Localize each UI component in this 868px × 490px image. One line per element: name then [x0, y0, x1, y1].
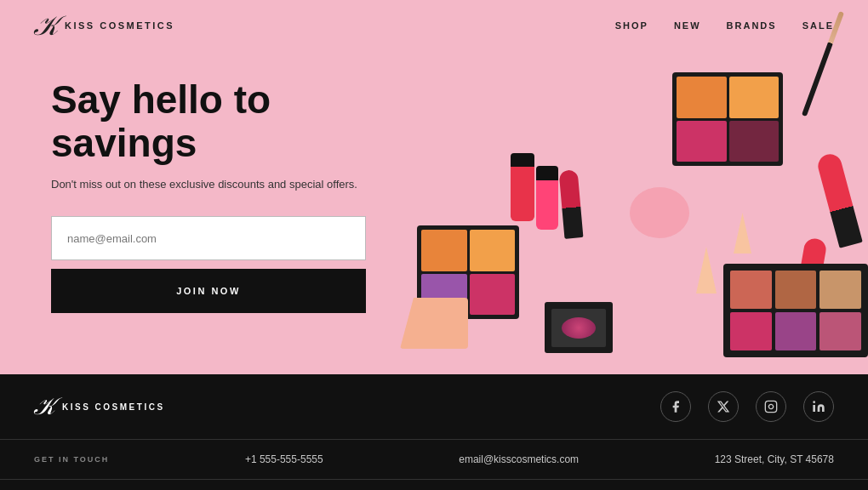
svg-point-2: [813, 401, 815, 403]
lipstick-3: [559, 169, 584, 239]
nail-polish-2: [536, 166, 558, 230]
footer-top: 𝒦 KISS COSMETICS: [0, 374, 868, 440]
main-nav: SHOP NEW BRANDS SALE: [615, 20, 834, 31]
email-input[interactable]: [51, 216, 366, 260]
hero-section: Say hello to savings Don't miss out on t…: [0, 0, 868, 374]
facebook-icon[interactable]: [660, 391, 691, 422]
palette-bottom-right: [723, 264, 868, 357]
footer-address: 123 Street, City, ST 45678: [715, 453, 834, 465]
join-now-button[interactable]: JOIN NOW: [51, 269, 366, 313]
sponge-wedge-2: [728, 213, 757, 254]
footer-logo-icon: 𝒦: [34, 393, 54, 421]
svg-rect-0: [765, 401, 776, 412]
nav-new[interactable]: NEW: [674, 20, 701, 31]
hero-content: Say hello to savings Don't miss out on t…: [0, 0, 443, 374]
x-twitter-icon[interactable]: [708, 391, 739, 422]
palette-top-right: [672, 72, 783, 166]
hero-subtext: Don't miss out on these exclusive discou…: [51, 178, 357, 191]
footer-copyright: © Copyright Kiss Cosmetics. All Rights R…: [0, 480, 868, 490]
lipstick-1: [815, 151, 863, 248]
footer-brand-name: KISS COSMETICS: [62, 402, 165, 412]
logo-icon: 𝒦: [34, 12, 56, 39]
nav-shop[interactable]: SHOP: [615, 20, 648, 31]
footer-logo-area: 𝒦 KISS COSMETICS: [34, 393, 165, 421]
hero-headline: Say hello to savings: [51, 78, 374, 164]
footer-contact: GET IN TOUCH +1 555-555-5555 email@kissc…: [0, 440, 868, 480]
site-header: 𝒦 KISS COSMETICS SHOP NEW BRANDS SALE: [0, 0, 868, 51]
beauty-blender: [630, 187, 689, 238]
logo-area: 𝒦 KISS COSMETICS: [34, 12, 174, 39]
brand-name: KISS COSMETICS: [65, 20, 174, 31]
footer-phone: +1 555-555-5555: [245, 453, 323, 465]
nav-sale[interactable]: SALE: [802, 20, 834, 31]
social-links: [660, 391, 834, 422]
site-footer: 𝒦 KISS COSMETICS GET IN TOUCH +1 555-555…: [0, 374, 868, 490]
nail-polish-1: [511, 153, 534, 221]
sponge-wedge-1: [689, 247, 723, 293]
get-in-touch-label: GET IN TOUCH: [34, 455, 109, 464]
compact-color: [562, 317, 596, 339]
linkedin-icon[interactable]: [803, 391, 834, 422]
instagram-icon[interactable]: [756, 391, 786, 422]
compact-inner: [551, 309, 606, 347]
nav-brands[interactable]: BRANDS: [727, 20, 777, 31]
cosmetics-background: [391, 0, 868, 374]
footer-email: email@kisscosmetics.com: [459, 453, 579, 465]
